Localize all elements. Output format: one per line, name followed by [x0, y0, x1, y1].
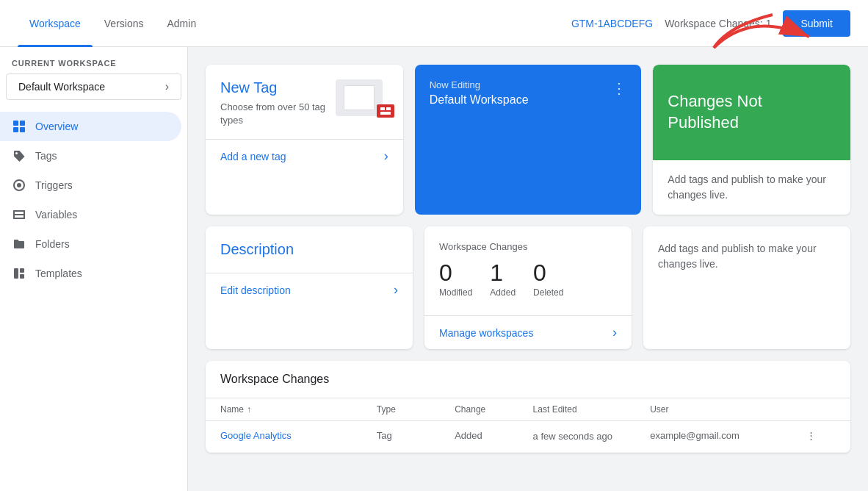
sidebar-item-overview[interactable]: Overview — [0, 112, 181, 141]
top-cards-row: New Tag Choose from over 50 tag types — [206, 65, 850, 215]
publish-top: Add tags and publish to make your change… — [643, 226, 850, 287]
svg-rect-15 — [380, 107, 385, 110]
ws-stat-added: 1 Added — [490, 261, 516, 298]
tab-workspace[interactable]: Workspace — [18, 0, 93, 47]
gtm-id: GTM-1ABCDEFG — [571, 18, 653, 29]
sidebar-item-variables[interactable]: Variables — [0, 200, 181, 229]
svg-rect-2 — [20, 121, 25, 126]
submit-button[interactable]: Submit — [783, 10, 850, 37]
table-title: Workspace Changes — [206, 361, 850, 398]
publish-info-card: Add tags and publish to make your change… — [643, 226, 850, 349]
svg-point-6 — [17, 183, 21, 187]
description-title: Description — [220, 241, 398, 258]
new-tag-title: New Tag — [220, 79, 336, 96]
nav-right: GTM-1ABCDEFG Workspace Changes: 1 Submit — [571, 10, 850, 37]
tags-icon — [12, 148, 26, 163]
sidebar: CURRENT WORKSPACE Default Workspace › Ov… — [0, 47, 188, 491]
chevron-right-icon: › — [165, 80, 169, 93]
now-editing-workspace-name: Default Workspace — [430, 93, 529, 107]
overview-icon — [12, 119, 26, 134]
th-last-edited: Last Edited — [533, 404, 651, 415]
new-tag-text: New Tag Choose from over 50 tag types — [220, 79, 336, 127]
edit-description-label: Edit description — [220, 284, 291, 296]
ws-stat-added-number: 1 — [490, 261, 503, 284]
publish-desc: Add tags and publish to make your change… — [658, 241, 836, 272]
th-name: Name ↑ — [220, 404, 377, 415]
manage-workspaces-action[interactable]: Manage workspaces › — [424, 315, 632, 349]
tag-icon-inner — [344, 85, 375, 110]
sidebar-triggers-label: Triggers — [35, 179, 73, 191]
row-user: example@gmail.com — [650, 430, 806, 441]
row-actions-button[interactable]: ⋮ — [806, 430, 836, 441]
new-tag-card: New Tag Choose from over 50 tag types — [206, 65, 403, 215]
workspace-changes-stats-card: Workspace Changes 0 Modified 1 Added 0 D — [424, 226, 632, 349]
triggers-icon — [12, 178, 26, 193]
now-editing-card: Now Editing Default Workspace ⋮ — [415, 65, 642, 215]
workspace-changes-count: Workspace Changes: 1 — [665, 18, 771, 29]
add-new-tag-action[interactable]: Add a new tag › — [206, 139, 403, 173]
workspace-changes-table-card: Workspace Changes Name ↑ Type Change Las… — [206, 361, 850, 453]
sidebar-item-folders[interactable]: Folders — [0, 229, 181, 259]
svg-rect-7 — [13, 210, 25, 212]
now-editing-menu-button[interactable]: ⋮ — [612, 79, 626, 97]
th-actions — [806, 404, 836, 415]
table-row: Google Analytics Tag Added a few seconds… — [206, 421, 850, 453]
current-workspace-label: CURRENT WORKSPACE — [0, 59, 187, 74]
ws-stat-modified: 0 Modified — [439, 261, 472, 298]
th-name-label: Name — [220, 404, 244, 415]
svg-rect-14 — [20, 274, 24, 279]
nav-tabs: Workspace Versions Admin — [18, 0, 571, 47]
ws-stat-modified-label: Modified — [439, 287, 472, 298]
row-type: Tag — [377, 430, 455, 441]
sidebar-templates-label: Templates — [35, 268, 82, 279]
tab-admin[interactable]: Admin — [155, 0, 208, 47]
svg-rect-8 — [13, 214, 25, 215]
row-change: Added — [455, 430, 532, 441]
tag-icon-bg — [336, 79, 383, 116]
svg-rect-9 — [13, 218, 25, 219]
th-change: Change — [455, 404, 532, 415]
now-editing-header: Now Editing Default Workspace ⋮ — [430, 79, 627, 107]
sidebar-item-triggers[interactable]: Triggers — [0, 171, 181, 200]
add-new-tag-label: Add a new tag — [220, 151, 286, 162]
sidebar-item-templates[interactable]: Templates — [0, 259, 181, 288]
main-layout: CURRENT WORKSPACE Default Workspace › Ov… — [0, 47, 868, 491]
svg-rect-10 — [13, 210, 15, 219]
ws-changes-stats: 0 Modified 1 Added 0 Deleted — [439, 261, 617, 298]
ws-stat-added-label: Added — [490, 287, 516, 298]
svg-rect-16 — [386, 107, 391, 110]
sort-icon[interactable]: ↑ — [247, 404, 251, 415]
sidebar-folders-label: Folders — [35, 238, 70, 250]
not-published-title: Changes Not Published — [668, 91, 836, 133]
svg-rect-1 — [13, 121, 18, 126]
tab-versions[interactable]: Versions — [93, 0, 156, 47]
workspace-selector-name: Default Workspace — [18, 81, 105, 93]
manage-workspaces-label: Manage workspaces — [439, 327, 533, 339]
workspace-selector[interactable]: Default Workspace › — [6, 74, 181, 100]
svg-rect-17 — [380, 112, 391, 115]
svg-rect-3 — [13, 127, 18, 132]
row-name[interactable]: Google Analytics — [220, 430, 377, 441]
now-editing-label: Now Editing — [430, 79, 529, 90]
tag-icon-container — [336, 79, 388, 121]
add-tag-chevron-icon: › — [384, 148, 388, 164]
svg-rect-11 — [23, 210, 25, 219]
svg-rect-13 — [20, 268, 24, 273]
th-user: User — [650, 404, 806, 415]
now-editing-info: Now Editing Default Workspace — [430, 79, 529, 107]
new-tag-subtitle: Choose from over 50 tag types — [220, 101, 336, 127]
edit-description-action[interactable]: Edit description › — [206, 273, 413, 307]
th-type: Type — [377, 404, 455, 415]
description-card: Description Edit description › — [206, 226, 413, 349]
tag-icon-red — [377, 104, 394, 118]
svg-rect-12 — [14, 268, 18, 279]
sidebar-overview-label: Overview — [35, 121, 78, 132]
top-nav: Workspace Versions Admin GTM-1ABCDEFG Wo… — [0, 0, 868, 47]
edit-description-chevron-icon: › — [394, 282, 398, 298]
svg-rect-4 — [20, 127, 25, 132]
sidebar-item-tags[interactable]: Tags — [0, 141, 181, 171]
new-tag-top: New Tag Choose from over 50 tag types — [206, 65, 403, 139]
ws-stat-deleted: 0 Deleted — [533, 261, 563, 298]
ws-stat-modified-number: 0 — [439, 261, 452, 284]
row-last-edited: a few seconds ago — [533, 430, 651, 443]
